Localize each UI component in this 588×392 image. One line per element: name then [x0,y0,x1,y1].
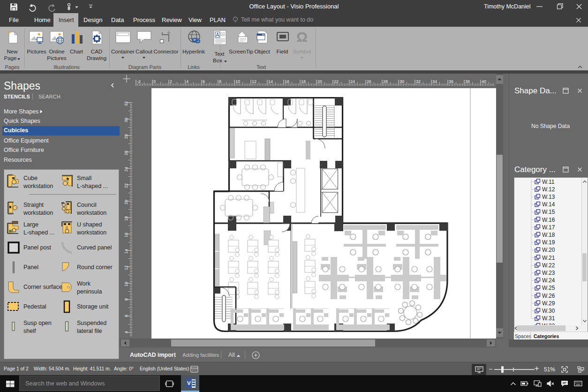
svg-text:A: A [216,32,219,38]
